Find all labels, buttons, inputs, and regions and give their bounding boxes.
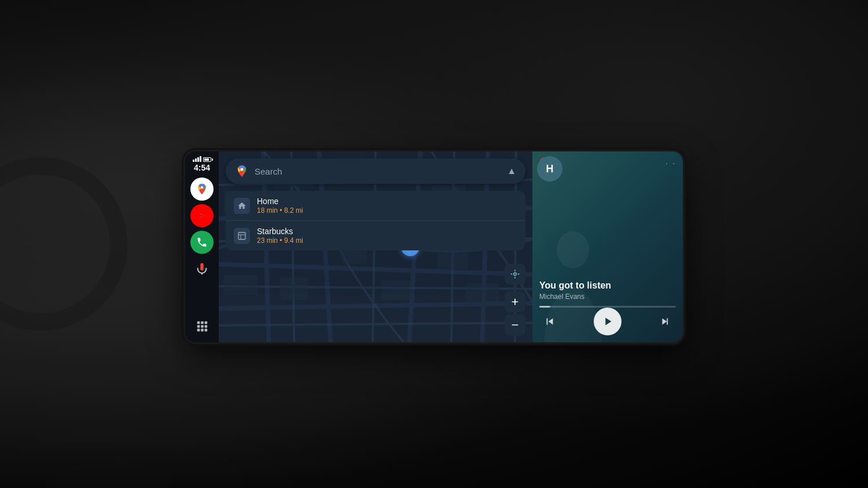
search-input[interactable]: Search bbox=[255, 167, 501, 176]
svg-point-0 bbox=[201, 186, 204, 189]
plus-icon bbox=[510, 297, 520, 306]
zoom-out-button[interactable] bbox=[505, 315, 525, 335]
music-panel: · · H You got to listen Michael Evans bbox=[532, 151, 683, 342]
youtube-music-icon bbox=[196, 210, 208, 221]
svg-point-3 bbox=[201, 215, 204, 217]
previous-button[interactable] bbox=[539, 311, 560, 332]
svg-rect-9 bbox=[205, 325, 208, 328]
play-icon bbox=[601, 315, 614, 328]
svg-rect-5 bbox=[201, 321, 204, 324]
clock: 4:54 bbox=[194, 164, 210, 172]
home-icon-container bbox=[234, 198, 250, 214]
home-info: Home 18 min • 8.2 mi bbox=[257, 197, 517, 215]
microphone-icon bbox=[196, 263, 208, 275]
search-overlay: Search ▲ bbox=[226, 158, 525, 184]
battery-icon bbox=[203, 157, 211, 162]
avatar-initial: H bbox=[546, 163, 554, 175]
svg-rect-11 bbox=[201, 329, 204, 332]
artist-name: Michael Evans bbox=[539, 293, 676, 301]
svg-rect-8 bbox=[201, 325, 204, 328]
location-button[interactable] bbox=[505, 264, 525, 284]
svg-rect-4 bbox=[197, 321, 200, 324]
sidebar-item-voice[interactable] bbox=[190, 257, 214, 280]
starbucks-details: 23 min • 9.4 mi bbox=[257, 236, 517, 245]
svg-point-51 bbox=[557, 231, 589, 268]
starbucks-name: Starbucks bbox=[257, 227, 517, 236]
sidebar-item-youtube-music[interactable] bbox=[190, 204, 214, 227]
svg-rect-7 bbox=[197, 325, 200, 328]
minus-icon bbox=[510, 320, 520, 330]
sidebar-item-apps[interactable] bbox=[190, 315, 214, 338]
google-maps-icon bbox=[196, 183, 208, 195]
location-icon bbox=[510, 269, 520, 279]
more-options[interactable]: · · bbox=[665, 158, 676, 168]
signal-icon bbox=[193, 156, 201, 162]
svg-point-39 bbox=[241, 168, 244, 171]
search-chevron-icon[interactable]: ▲ bbox=[507, 166, 516, 176]
destination-list: Home 18 min • 8.2 mi Starbucks 23 min • … bbox=[226, 191, 525, 250]
svg-rect-35 bbox=[280, 278, 308, 300]
sidebar-item-google-maps[interactable] bbox=[190, 178, 214, 201]
sidebar-item-phone[interactable] bbox=[190, 231, 214, 254]
skip-next-icon bbox=[659, 315, 672, 328]
destination-starbucks[interactable]: Starbucks 23 min • 9.4 mi bbox=[226, 221, 525, 250]
home-details: 18 min • 8.2 mi bbox=[257, 206, 517, 215]
sidebar: 4:54 bbox=[185, 151, 219, 342]
svg-rect-37 bbox=[465, 283, 499, 306]
google-maps-logo bbox=[235, 164, 249, 178]
android-auto-screen: 4:54 bbox=[185, 151, 683, 342]
starbucks-icon-container bbox=[234, 228, 250, 244]
map-area: Search ▲ Home 18 min • 8.2 mi bbox=[219, 151, 532, 342]
home-icon bbox=[237, 201, 247, 210]
svg-rect-6 bbox=[205, 321, 208, 324]
artist-avatar: H bbox=[537, 156, 562, 182]
svg-rect-34 bbox=[224, 275, 258, 295]
zoom-in-button[interactable] bbox=[505, 291, 525, 312]
play-pause-button[interactable] bbox=[594, 308, 621, 335]
search-bar[interactable]: Search ▲ bbox=[226, 158, 525, 184]
svg-rect-10 bbox=[197, 329, 200, 332]
destination-home[interactable]: Home 18 min • 8.2 mi bbox=[226, 191, 525, 221]
next-button[interactable] bbox=[655, 311, 676, 332]
status-bar: 4:54 bbox=[193, 156, 211, 172]
svg-rect-36 bbox=[381, 280, 412, 300]
svg-point-43 bbox=[514, 273, 517, 276]
home-name: Home bbox=[257, 197, 517, 206]
skip-previous-icon bbox=[543, 315, 556, 328]
svg-rect-12 bbox=[205, 329, 208, 332]
apps-grid-icon bbox=[196, 320, 208, 332]
starbucks-info: Starbucks 23 min • 9.4 mi bbox=[257, 227, 517, 245]
building-icon bbox=[237, 231, 247, 241]
svg-rect-40 bbox=[238, 232, 245, 239]
song-title: You got to listen bbox=[539, 280, 676, 291]
playback-controls bbox=[539, 308, 676, 335]
map-controls bbox=[505, 264, 525, 335]
phone-icon bbox=[196, 236, 208, 248]
music-info: You got to listen Michael Evans bbox=[539, 280, 676, 301]
